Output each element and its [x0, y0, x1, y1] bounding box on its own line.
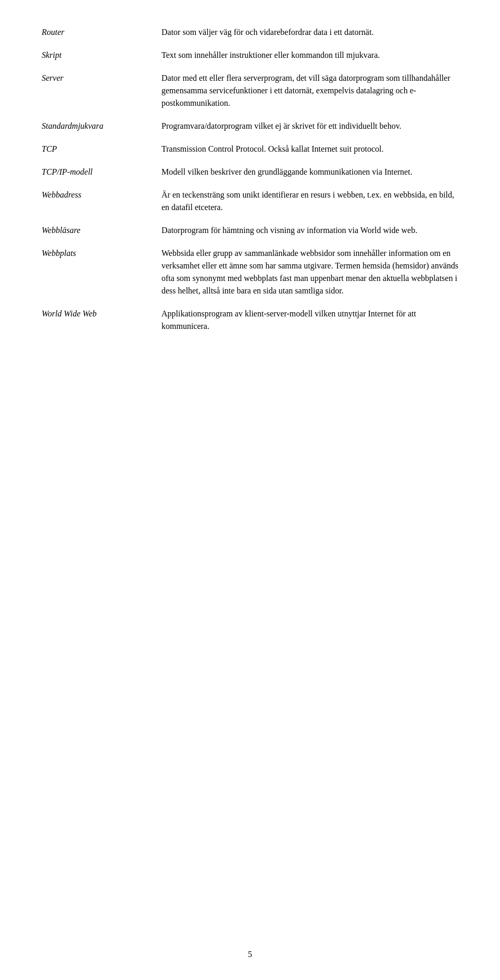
list-item: ServerDator med ett eller flera serverpr… [42, 67, 458, 115]
term-cell: TCP [42, 138, 161, 161]
list-item: TCPTransmission Control Protocol. Också … [42, 138, 458, 161]
term-cell: Standardmjukvara [42, 115, 161, 138]
list-item: SkriptText som innehåller instruktioner … [42, 44, 458, 67]
term-cell: Skript [42, 44, 161, 67]
definition-cell: Applikationsprogram av klient-server-mod… [161, 302, 458, 338]
glossary-table: RouterDator som väljer väg för och vidar… [42, 21, 458, 338]
definition-cell: Modell vilken beskriver den grundläggand… [161, 161, 458, 183]
term-cell: Router [42, 21, 161, 44]
list-item: StandardmjukvaraProgramvara/datorprogram… [42, 115, 458, 138]
definition-cell: Datorprogram för hämtning och visning av… [161, 219, 458, 242]
list-item: World Wide WebApplikationsprogram av kli… [42, 302, 458, 338]
definition-cell: Dator som väljer väg för och vidarebefor… [161, 21, 458, 44]
term-cell: Webbplats [42, 242, 161, 302]
list-item: RouterDator som väljer väg för och vidar… [42, 21, 458, 44]
definition-cell: Webbsida eller grupp av sammanlänkade we… [161, 242, 458, 302]
term-cell: Server [42, 67, 161, 115]
list-item: WebbplatsWebbsida eller grupp av sammanl… [42, 242, 458, 302]
page-content: RouterDator som väljer väg för och vidar… [0, 0, 500, 379]
term-cell: World Wide Web [42, 302, 161, 338]
definition-cell: Dator med ett eller flera serverprogram,… [161, 67, 458, 115]
term-cell: Webbadress [42, 183, 161, 219]
definition-cell: Transmission Control Protocol. Också kal… [161, 138, 458, 161]
definition-cell: Programvara/datorprogram vilket ej är sk… [161, 115, 458, 138]
term-cell: TCP/IP-modell [42, 161, 161, 183]
page-number: 5 [0, 950, 500, 959]
term-cell: Webbläsare [42, 219, 161, 242]
list-item: WebbläsareDatorprogram för hämtning och … [42, 219, 458, 242]
list-item: TCP/IP-modellModell vilken beskriver den… [42, 161, 458, 183]
definition-cell: Text som innehåller instruktioner eller … [161, 44, 458, 67]
definition-cell: Är en teckensträng som unikt identifiera… [161, 183, 458, 219]
list-item: WebbadressÄr en teckensträng som unikt i… [42, 183, 458, 219]
